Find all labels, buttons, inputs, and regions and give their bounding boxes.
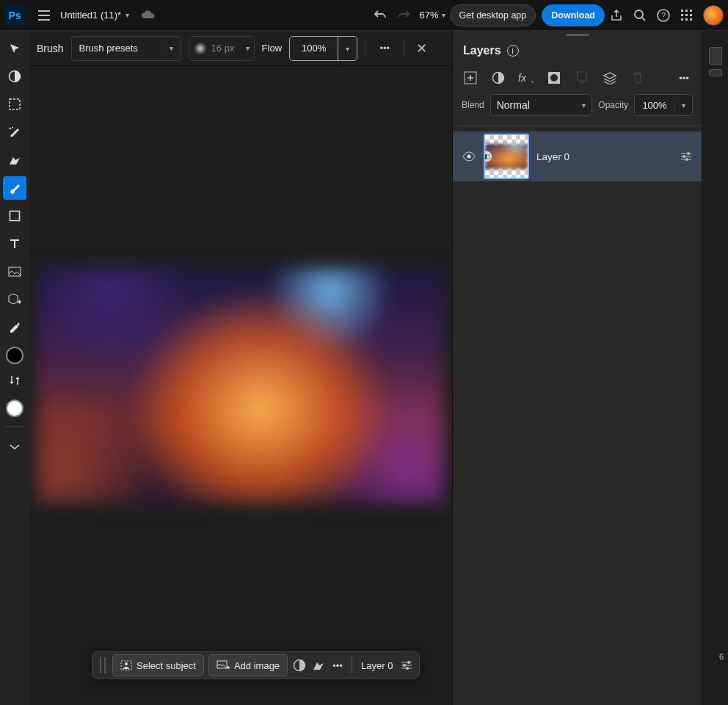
- svg-rect-10: [685, 18, 688, 21]
- adjust-tool[interactable]: [3, 65, 26, 88]
- top-bar: Ps Untitled1 (11)* ▾ 67% ▾ Get desktop a…: [0, 0, 728, 31]
- svg-point-24: [406, 667, 409, 670]
- chevron-down-icon: ▾: [442, 11, 445, 19]
- download-button[interactable]: Download: [542, 4, 605, 26]
- collapsed-panel-tab[interactable]: [709, 47, 722, 65]
- layer-list: ◧ Layer 0: [453, 126, 702, 705]
- cloud-status-icon[interactable]: [136, 4, 160, 27]
- svg-rect-6: [681, 14, 683, 16]
- context-layer-label: Layer 0: [357, 660, 397, 671]
- type-tool[interactable]: [3, 232, 26, 256]
- layer-row[interactable]: ◧ Layer 0: [453, 131, 702, 181]
- svg-rect-5: [690, 10, 692, 12]
- more-tools[interactable]: [3, 435, 26, 459]
- more-options-icon[interactable]: •••: [373, 37, 396, 60]
- svg-rect-11: [690, 18, 692, 21]
- right-strip: [702, 31, 728, 705]
- panel-menu-icon[interactable]: •••: [675, 69, 693, 87]
- swap-colors[interactable]: [3, 369, 26, 392]
- chevron-down-icon: ▾: [582, 101, 586, 109]
- effects-icon[interactable]: [309, 659, 328, 671]
- svg-point-29: [550, 74, 558, 82]
- foreground-color[interactable]: [6, 347, 23, 364]
- chevron-down-icon: ▾: [674, 101, 692, 109]
- context-bar: Select subject Add image ••• Layer 0: [92, 651, 420, 679]
- delete-layer-icon[interactable]: [629, 69, 647, 87]
- search-icon[interactable]: [628, 4, 652, 27]
- marquee-tool[interactable]: [3, 93, 26, 116]
- flow-label: Flow: [262, 43, 282, 54]
- layers-panel-title: Layers: [463, 44, 501, 57]
- drag-handle[interactable]: [100, 657, 106, 673]
- spot-heal-tool[interactable]: [3, 120, 26, 144]
- svg-point-34: [685, 158, 688, 161]
- svg-rect-7: [685, 14, 688, 16]
- layer-properties-icon[interactable]: [397, 660, 416, 670]
- new-layer-icon[interactable]: [462, 69, 479, 87]
- layer-name[interactable]: Layer 0: [536, 151, 672, 162]
- user-avatar[interactable]: [703, 5, 724, 26]
- canvas-area[interactable]: Select subject Add image ••• Layer 0: [29, 66, 452, 705]
- close-options-icon[interactable]: ✕: [412, 40, 432, 57]
- adjustments-icon[interactable]: [290, 659, 309, 672]
- svg-text:?: ?: [661, 11, 666, 20]
- help-icon[interactable]: ?: [652, 4, 675, 27]
- adjustment-layer-icon[interactable]: [489, 69, 507, 87]
- collapsed-panel-tab[interactable]: [709, 69, 722, 76]
- undo-button[interactable]: [368, 4, 392, 27]
- layers-panel: Layers i fx ••• Blend Normal ▾ Opacity 1…: [452, 31, 702, 705]
- layer-properties-icon[interactable]: [680, 151, 693, 162]
- menu-icon[interactable]: [32, 4, 56, 27]
- add-image-button[interactable]: Add image: [208, 654, 288, 676]
- brush-tool[interactable]: [3, 176, 26, 200]
- redo-button[interactable]: [392, 4, 415, 27]
- fx-icon[interactable]: fx: [517, 69, 535, 87]
- svg-point-31: [467, 155, 471, 159]
- brush-presets-dropdown[interactable]: Brush presets ▾: [71, 36, 181, 61]
- opacity-field[interactable]: 100% ▾: [634, 94, 693, 116]
- quick-actions-tool[interactable]: [3, 148, 26, 172]
- move-tool[interactable]: [3, 37, 26, 60]
- share-icon[interactable]: [605, 4, 628, 27]
- toolbar: [0, 31, 29, 705]
- apps-grid-icon[interactable]: [675, 4, 699, 27]
- separator: [6, 426, 23, 427]
- tool-name-label: Brush: [37, 43, 64, 54]
- image-tool[interactable]: [3, 260, 26, 283]
- svg-point-14: [10, 128, 11, 129]
- zoom-level[interactable]: 67% ▾: [420, 10, 445, 21]
- get-desktop-button[interactable]: Get desktop app: [450, 4, 536, 26]
- layer-thumbnail[interactable]: ◧: [484, 134, 529, 179]
- flow-field[interactable]: 100% ▾: [289, 36, 357, 61]
- chevron-down-icon: ▾: [125, 11, 129, 19]
- svg-rect-30: [578, 72, 586, 81]
- shape-tool[interactable]: [3, 204, 26, 228]
- blend-mode-dropdown[interactable]: Normal ▾: [490, 94, 593, 116]
- zoom-value: 67%: [420, 10, 439, 21]
- svg-point-0: [635, 10, 643, 18]
- brush-size-field[interactable]: 16 px ▾: [189, 36, 255, 61]
- layer-stack-icon[interactable]: [601, 69, 619, 87]
- svg-point-15: [12, 127, 13, 129]
- svg-rect-13: [10, 99, 20, 109]
- document-title[interactable]: Untitled1 (11)* ▾: [60, 10, 129, 21]
- canvas-image: [37, 268, 444, 503]
- panel-drag-handle[interactable]: [453, 31, 702, 38]
- svg-point-19: [125, 662, 128, 665]
- background-color[interactable]: [6, 400, 23, 417]
- mask-icon[interactable]: [545, 69, 563, 87]
- options-bar: Brush Brush presets ▾ 16 px ▾ Flow 100% …: [29, 31, 452, 66]
- ps-logo[interactable]: Ps: [4, 5, 25, 26]
- eyedropper-tool[interactable]: [3, 316, 26, 339]
- add-image-tool[interactable]: [3, 288, 26, 311]
- visibility-toggle[interactable]: [462, 151, 476, 162]
- chevron-down-icon: ▾: [246, 44, 250, 52]
- info-icon[interactable]: i: [507, 45, 519, 57]
- svg-text:fx: fx: [518, 72, 527, 84]
- separator: [404, 40, 404, 57]
- clip-icon[interactable]: [573, 69, 591, 87]
- select-subject-button[interactable]: Select subject: [112, 654, 204, 676]
- separator: [352, 657, 352, 673]
- more-icon[interactable]: •••: [328, 660, 347, 671]
- opacity-label: Opacity: [598, 100, 628, 110]
